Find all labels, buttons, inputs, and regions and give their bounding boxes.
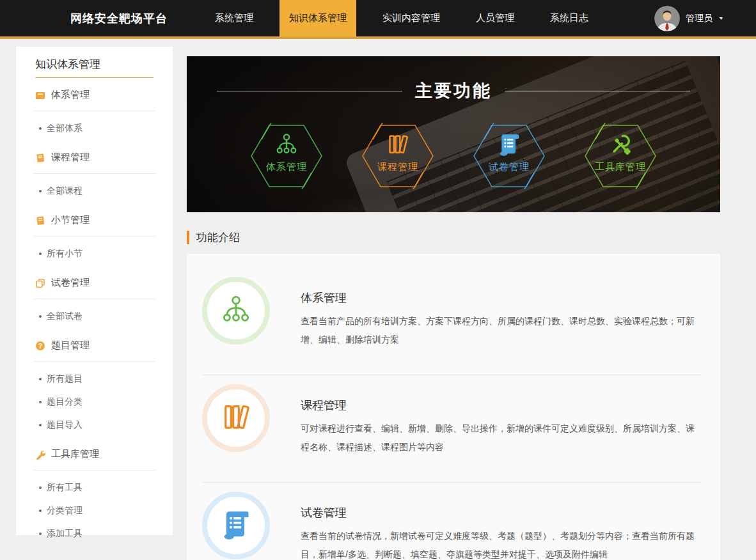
bullet-icon xyxy=(39,315,42,318)
feature-title: 试卷管理 xyxy=(301,505,702,520)
sidebar-subitem-label: 全部体系 xyxy=(47,123,83,134)
feature-description: 查看当前产品的所有培训方案、方案下课程方向、所属的课程门数、课时总数、实验课程总… xyxy=(301,312,702,349)
sidebar-item-5[interactable]: 工具库管理 xyxy=(35,448,154,460)
sidebar-item-1[interactable]: 课程管理 xyxy=(35,152,154,164)
sidebar-divider xyxy=(33,470,155,471)
sidebar-subitem-2-0[interactable]: 所有小节 xyxy=(39,248,154,260)
book-icon xyxy=(35,153,45,163)
feature-intro-panel: 体系管理查看当前产品的所有培训方案、方案下课程方向、所属的课程门数、课时总数、实… xyxy=(187,254,720,560)
sidebar-divider xyxy=(33,361,155,362)
brand-title[interactable]: 网络安全靶场平台 xyxy=(70,0,168,36)
section-title: 功能介绍 xyxy=(196,230,240,245)
sidebar-subitem-3-0[interactable]: 全部试卷 xyxy=(39,311,154,322)
sidebar-group-1: 课程管理全部课程 xyxy=(16,152,173,197)
sidebar-divider xyxy=(33,111,155,111)
bullet-icon xyxy=(39,127,42,130)
books-icon xyxy=(202,384,270,452)
hex-tile-2[interactable]: 试卷管理 xyxy=(470,121,548,191)
main-nav: 系统管理知识体系管理实训内容管理人员管理系统日志 xyxy=(197,0,606,36)
user-menu[interactable]: 管理员 ▼ xyxy=(654,0,724,36)
user-avatar-icon xyxy=(654,6,680,31)
bullet-icon xyxy=(39,190,42,192)
sidebar-groups: 体系管理全部体系课程管理全部课程小节管理所有小节试卷管理全部试卷?题目管理所有题… xyxy=(16,89,173,540)
bullet-icon xyxy=(39,533,42,535)
box-icon xyxy=(35,90,45,100)
sidebar-item-4[interactable]: ?题目管理 xyxy=(35,339,154,352)
bullet-icon xyxy=(39,486,42,489)
nav-item-0[interactable]: 系统管理 xyxy=(205,0,263,36)
sidebar-subitem-label: 所有题目 xyxy=(47,373,83,385)
bullet-icon xyxy=(39,424,42,426)
sidebar-subitem-4-0[interactable]: 所有题目 xyxy=(39,373,154,385)
bullet-icon xyxy=(39,401,42,403)
hex-tile-3[interactable]: 工具库管理 xyxy=(581,121,659,191)
banner-title: 主要功能 xyxy=(415,79,492,102)
sidebar-group-4: ?题目管理所有题目题目分类题目导入 xyxy=(16,339,173,431)
bullet-icon xyxy=(39,509,42,512)
sidebar-item-3[interactable]: 试卷管理 xyxy=(35,277,154,289)
hex-label: 试卷管理 xyxy=(489,161,530,173)
book-icon xyxy=(35,215,45,226)
title-line-right xyxy=(505,91,690,91)
sidebar-subitem-1-0[interactable]: 全部课程 xyxy=(39,185,154,197)
feature-card-1: 课程管理可对课程进行查看、编辑、新增、删除、导出操作，新增的课件可定义难度级别、… xyxy=(202,375,702,483)
chevron-down-icon: ▼ xyxy=(718,16,724,21)
feature-description: 可对课程进行查看、编辑、新增、删除、导出操作，新增的课件可定义难度级别、所属培训… xyxy=(301,419,702,456)
sidebar-divider xyxy=(33,236,155,237)
hex-tile-1[interactable]: 课程管理 xyxy=(359,121,437,191)
feature-card-0: 体系管理查看当前产品的所有培训方案、方案下课程方向、所属的课程门数、课时总数、实… xyxy=(202,268,702,375)
sidebar-subitem-label: 所有小节 xyxy=(47,248,83,260)
sidebar-subitem-label: 全部试卷 xyxy=(47,311,83,322)
feature-card-2: 试卷管理查看当前的试卷情况，新增试卷可定义难度等级、考题（题型）、考题划分等内容… xyxy=(202,483,702,560)
sidebar-divider xyxy=(33,173,155,174)
svg-text:?: ? xyxy=(38,341,42,349)
sidebar-subitem-5-2[interactable]: 添加工具 xyxy=(39,528,154,540)
feature-hexagons: 体系管理课程管理试卷管理工具库管理 xyxy=(187,121,720,191)
main-content: 主要功能 体系管理课程管理试卷管理工具库管理 功能介绍 体系管理查看当前产品的所… xyxy=(187,56,720,560)
sidebar-item-2[interactable]: 小节管理 xyxy=(35,214,154,226)
books-icon xyxy=(385,132,411,158)
page: 网络安全靶场平台 系统管理知识体系管理实训内容管理人员管理系统日志 管理员 ▼ … xyxy=(0,0,756,560)
sidebar-subitem-4-1[interactable]: 题目分类 xyxy=(39,396,154,408)
sidebar-subitem-label: 添加工具 xyxy=(47,528,83,540)
sidebar-item-label: 小节管理 xyxy=(51,214,90,226)
nav-item-2[interactable]: 实训内容管理 xyxy=(373,0,450,36)
section-accent-bar xyxy=(187,231,189,244)
banner-title-row: 主要功能 xyxy=(187,79,720,102)
hex-label: 工具库管理 xyxy=(595,161,646,173)
bullet-icon xyxy=(39,253,42,255)
sidebar-title: 知识体系管理 xyxy=(35,47,154,78)
scroll-icon xyxy=(202,492,270,559)
sidebar-group-2: 小节管理所有小节 xyxy=(16,214,173,260)
sidebar-subitem-0-0[interactable]: 全部体系 xyxy=(39,123,154,134)
sidebar-item-0[interactable]: 体系管理 xyxy=(35,89,154,101)
hex-tile-0[interactable]: 体系管理 xyxy=(248,121,326,191)
user-name: 管理员 xyxy=(686,13,713,24)
tree-icon xyxy=(202,277,270,345)
nav-item-1[interactable]: 知识体系管理 xyxy=(280,0,356,36)
nav-item-4[interactable]: 系统日志 xyxy=(540,0,598,36)
title-line-left xyxy=(217,91,402,91)
sidebar-item-label: 课程管理 xyxy=(51,152,90,164)
sidebar-item-label: 题目管理 xyxy=(51,339,90,352)
sidebar-item-label: 工具库管理 xyxy=(51,448,99,460)
sidebar-item-label: 试卷管理 xyxy=(51,277,90,289)
scroll-icon xyxy=(496,132,522,158)
copy-icon xyxy=(35,278,45,288)
nav-item-3[interactable]: 人员管理 xyxy=(466,0,524,36)
question-icon: ? xyxy=(35,341,45,351)
sidebar-subitem-5-1[interactable]: 分类管理 xyxy=(39,505,154,517)
feature-title: 体系管理 xyxy=(301,290,702,306)
sidebar-subitem-label: 分类管理 xyxy=(47,505,83,517)
feature-text: 试卷管理查看当前的试卷情况，新增试卷可定义难度等级、考题（题型）、考题划分等内容… xyxy=(301,492,702,560)
wrench-icon xyxy=(35,449,45,460)
banner: 主要功能 体系管理课程管理试卷管理工具库管理 xyxy=(187,56,720,212)
sidebar-subitem-label: 所有工具 xyxy=(47,482,83,494)
sidebar-subitem-5-0[interactable]: 所有工具 xyxy=(39,482,154,494)
tools-icon xyxy=(608,132,633,158)
hex-label: 课程管理 xyxy=(377,161,418,173)
top-navbar: 网络安全靶场平台 系统管理知识体系管理实训内容管理人员管理系统日志 管理员 ▼ xyxy=(0,0,756,39)
sidebar: 知识体系管理 体系管理全部体系课程管理全部课程小节管理所有小节试卷管理全部试卷?… xyxy=(16,47,173,535)
feature-description: 查看当前的试卷情况，新增试卷可定义难度等级、考题（题型）、考题划分等内容；查看当… xyxy=(301,527,702,560)
sidebar-subitem-4-2[interactable]: 题目导入 xyxy=(39,419,154,431)
